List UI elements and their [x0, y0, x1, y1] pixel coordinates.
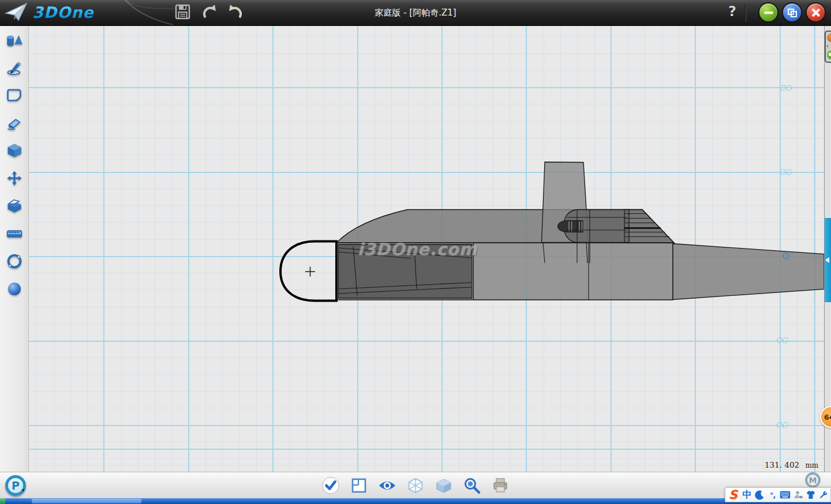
user-dict-icon[interactable]: [793, 488, 804, 501]
open-box-icon: [6, 198, 23, 214]
sidebar-item-special-shapes[interactable]: [0, 109, 29, 137]
print-button[interactable]: [491, 476, 510, 495]
app-name: 3DOne: [32, 3, 94, 21]
sogou-logo[interactable]: S: [727, 488, 740, 501]
watermark: i3DOne.com: [358, 240, 478, 259]
help-button[interactable]: ?: [725, 3, 740, 20]
ime-bar: S 中 °,: [725, 487, 831, 502]
ime-punct-toggle[interactable]: °,: [767, 488, 778, 501]
title-bar: 3DOne 家庭版 - [阿帕奇.Z1] ?: [0, 0, 831, 26]
profile-p-label: P: [12, 479, 20, 492]
toolbox-wrench-icon[interactable]: [818, 488, 829, 501]
orbit-ring-icon: [6, 253, 23, 269]
restore-button[interactable]: [783, 3, 801, 21]
sketch-pencil-icon: [6, 59, 23, 76]
paper-plane-icon: [5, 2, 29, 22]
badge-count: 64: [824, 413, 831, 422]
panel-tab-green-icon: [827, 50, 831, 59]
undo-icon[interactable]: [200, 3, 218, 20]
sidebar-item-primitive-solids[interactable]: [0, 26, 29, 54]
edge-green-segment: [0, 498, 5, 504]
close-button[interactable]: [807, 3, 825, 21]
panel-slide-handle[interactable]: [825, 218, 831, 302]
sidebar-item-edit-sketch[interactable]: [0, 81, 29, 109]
edit-sketch-icon: [6, 87, 23, 103]
shaded-display-button[interactable]: [435, 476, 453, 495]
save-icon[interactable]: [175, 3, 190, 20]
wireframe-cube-icon: [407, 477, 424, 494]
scale-value: 131. 402: [765, 460, 799, 469]
confirm-button[interactable]: [321, 476, 340, 495]
primitives-icon: [6, 32, 23, 48]
sidebar-item-measure[interactable]: [0, 220, 29, 247]
redo-icon[interactable]: [227, 3, 245, 20]
eye-icon: [378, 479, 396, 492]
check-circle-icon: [321, 476, 340, 495]
titlebar-separator: [746, 3, 746, 22]
app-logo: 3DOne: [5, 2, 94, 22]
panel-tab-orange-icon: [827, 33, 831, 42]
sidebar-item-sketch[interactable]: [0, 54, 29, 81]
window-title: 家庭版 - [阿帕奇.Z1]: [375, 7, 456, 18]
sidebar-item-transform-move[interactable]: [0, 164, 29, 192]
right-panel-rail: ‹: [824, 26, 831, 472]
visibility-button[interactable]: [378, 476, 396, 495]
sphere-icon: [6, 281, 23, 297]
mode-m-button[interactable]: M: [805, 472, 821, 488]
measure-ruler-icon: [6, 225, 23, 242]
zoom-options-button[interactable]: [463, 476, 481, 495]
edge-highlight-segment: [32, 499, 141, 503]
magnifier-gear-icon: [463, 476, 481, 495]
tool-sidebar: [0, 26, 29, 472]
sidebar-item-view-orbit[interactable]: [0, 247, 29, 275]
skin-shirt-icon[interactable]: [806, 488, 817, 501]
mode-m-label: M: [809, 476, 817, 485]
scale-unit: mm: [805, 461, 818, 469]
window-bottom-edge: [0, 498, 831, 504]
sidebar-item-feature-solid[interactable]: [0, 137, 29, 164]
wireframe-display-button[interactable]: [406, 476, 425, 495]
special-shapes-icon: [6, 115, 23, 131]
bottom-toolbar: P ▾: [0, 472, 831, 498]
sidebar-item-combine-shell[interactable]: [0, 192, 29, 220]
viewport-layout-button[interactable]: [350, 476, 368, 495]
cube-icon: [6, 142, 23, 159]
moon-icon[interactable]: [754, 488, 765, 501]
sidebar-item-material-render[interactable]: [0, 275, 29, 303]
collapsed-panel-tab[interactable]: ‹: [825, 31, 831, 63]
move-arrows-icon: [6, 170, 23, 186]
ime-lang-toggle[interactable]: 中: [742, 488, 753, 501]
shaded-cube-icon: [435, 477, 452, 494]
scale-indicator: 131. 402 mm: [765, 460, 818, 469]
chevron-left-icon: ‹: [826, 43, 829, 49]
layout-icon: [350, 477, 368, 494]
printer-icon: [492, 477, 509, 494]
keyboard-icon[interactable]: [780, 488, 791, 501]
profile-dropdown-arrow[interactable]: ▾: [22, 487, 25, 493]
minimize-button[interactable]: [759, 3, 777, 21]
